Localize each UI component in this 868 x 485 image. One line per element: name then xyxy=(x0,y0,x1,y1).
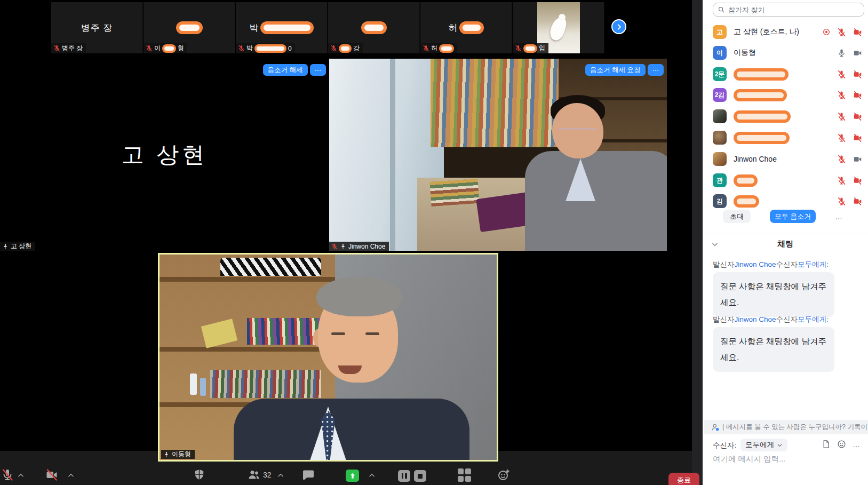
thumbnail-tile[interactable]: 박 박 0 xyxy=(236,2,328,53)
mic-toggle-button[interactable] xyxy=(1,468,14,483)
thumbnail-tile[interactable]: 허 허 xyxy=(420,2,512,53)
participant-row[interactable]: 2문 xyxy=(703,63,868,85)
participant-row[interactable] xyxy=(703,106,868,127)
thumbnail-label-text: 임 xyxy=(539,44,545,53)
participant-row[interactable] xyxy=(703,127,868,148)
sender-name[interactable]: Jinwon Choe xyxy=(735,260,776,268)
chat-more-icon[interactable]: … xyxy=(853,440,861,449)
mic-off-icon xyxy=(238,45,245,52)
emoji-icon[interactable] xyxy=(837,440,846,449)
participant-row[interactable]: 김 xyxy=(703,190,868,212)
participant-name-redacted xyxy=(734,174,835,187)
participant-row[interactable]: 2김 xyxy=(703,84,868,106)
thumbnail-label-text: 박 xyxy=(246,44,253,53)
request-unmute-button[interactable]: 음소거 해제 요청 xyxy=(585,64,645,76)
participants-button[interactable]: 32 xyxy=(248,468,272,481)
thumbnail-label-text: 0 xyxy=(288,45,292,52)
chat-message-input[interactable] xyxy=(713,455,862,463)
participant-name-redacted xyxy=(734,89,835,101)
participant-row[interactable]: Jinwon Choe xyxy=(703,148,868,170)
redaction-box xyxy=(260,21,314,34)
unmute-button[interactable]: 음소거 해제 xyxy=(263,64,308,76)
redaction-box xyxy=(734,195,759,208)
reactions-button[interactable] xyxy=(497,468,510,483)
mic-off-icon xyxy=(331,243,338,250)
file-attach-icon[interactable] xyxy=(822,440,831,449)
participant-search[interactable] xyxy=(713,3,864,17)
recipient-name[interactable]: 모두에게: xyxy=(798,315,829,323)
chat-message-bubble: 질문 사항은 채팅창에 남겨주세요. xyxy=(713,272,834,317)
mic-options-caret[interactable] xyxy=(17,472,25,481)
redaction-box xyxy=(459,21,484,34)
camera-off-icon xyxy=(853,112,863,121)
chat-message-text: 질문 사항은 채팅창에 남겨주세요. xyxy=(720,282,826,307)
participants-caret[interactable] xyxy=(277,472,284,481)
video-label-text: Jinwon Choe xyxy=(348,243,385,250)
chat-button[interactable] xyxy=(302,468,315,483)
stop-recording-button[interactable] xyxy=(414,470,426,482)
section-divider xyxy=(703,234,868,234)
thumbnail-label-text: 허 xyxy=(431,44,437,53)
chevron-up-icon xyxy=(17,472,25,479)
from-label: 발신자 xyxy=(713,260,735,268)
camera-toggle-button[interactable] xyxy=(45,468,59,483)
scene-man-hair xyxy=(316,277,402,316)
participant-row[interactable]: 관 xyxy=(703,170,868,191)
participant-row[interactable]: 이 이동형 xyxy=(703,42,868,63)
chat-privacy-notice: | 메시지를 볼 수 있는 사람은 누구입니까? 기록이 켜져 xyxy=(704,420,868,434)
end-meeting-button[interactable]: 종료 xyxy=(668,473,699,485)
video-tile-go-sanghyun[interactable]: 고 상현 음소거 해제 ⋯ 고 상현 xyxy=(0,59,329,251)
pin-icon xyxy=(163,451,170,458)
chevron-right-icon xyxy=(615,23,623,31)
thumbnail-label-text: 이 xyxy=(154,44,161,53)
invite-button[interactable]: 초대 xyxy=(723,210,751,223)
mic-off-icon xyxy=(837,133,846,142)
redaction-box xyxy=(176,21,203,34)
share-up-arrow-icon xyxy=(348,472,357,480)
thumbnail-tile[interactable]: 병주 장 병주 장 xyxy=(51,2,143,53)
participant-search-input[interactable] xyxy=(728,6,859,14)
apps-button[interactable] xyxy=(458,468,471,482)
chat-header: 채팅 xyxy=(703,239,868,252)
thumbnail-name-label: 병주 장 xyxy=(51,43,86,53)
recipient-value: 모두에게 xyxy=(745,440,774,450)
camera-off-icon xyxy=(853,91,863,100)
recipient-selector[interactable]: 모두에게 xyxy=(740,439,787,451)
camera-options-caret[interactable] xyxy=(67,472,75,481)
camera-on-icon xyxy=(853,49,863,58)
share-screen-button[interactable] xyxy=(346,470,359,482)
thumbnail-tile[interactable]: 임 xyxy=(513,2,604,53)
recipient-name[interactable]: 모두에게: xyxy=(798,260,829,268)
scene-books-row xyxy=(210,370,322,399)
scene-man-head xyxy=(552,103,603,158)
chat-collapse-button[interactable] xyxy=(711,241,719,250)
chevron-up-icon xyxy=(277,472,284,479)
participant-row[interactable]: 고 고 상현 (호스트, 나) xyxy=(703,21,868,43)
video-tile-lee-donghyung[interactable]: 이동형 xyxy=(158,253,498,462)
redaction-box xyxy=(734,174,758,187)
thumbnail-tile[interactable]: 이 형 xyxy=(144,2,235,53)
more-options-button[interactable]: ⋯ xyxy=(648,64,664,76)
sender-name[interactable]: Jinwon Choe xyxy=(735,315,776,323)
mic-off-icon xyxy=(53,45,60,52)
participants-more-button[interactable]: … xyxy=(835,210,843,223)
pause-recording-button[interactable] xyxy=(398,470,410,482)
thumbnail-tile[interactable]: 강 xyxy=(328,2,420,53)
chevron-up-icon xyxy=(67,472,75,479)
redaction-box xyxy=(734,132,790,144)
scene-zebra-box xyxy=(220,258,322,276)
video-tile-jinwon-choe[interactable]: 음소거 해제 요청 ⋯ Jinwon Choe xyxy=(329,59,667,251)
sidebar-panel: 고 고 상현 (호스트, 나) 이 이동형 2문 xyxy=(703,0,868,485)
more-options-button[interactable]: ⋯ xyxy=(310,64,327,76)
chat-message-text: 질문 사항은 채팅창에 남겨주세요. xyxy=(720,337,826,362)
video-label-text: 고 상현 xyxy=(11,242,31,251)
video-label-text: 이동형 xyxy=(172,450,191,459)
camera-off-icon xyxy=(853,197,863,206)
thumbnail-label-text: 병주 장 xyxy=(62,44,83,53)
security-button[interactable] xyxy=(193,468,205,482)
share-options-caret[interactable] xyxy=(368,472,376,481)
mute-all-button[interactable]: 모두 음소거 xyxy=(770,210,816,223)
chevron-down-icon xyxy=(711,241,719,248)
thumbnail-name-label: 허 xyxy=(420,43,457,53)
filmstrip-next-button[interactable] xyxy=(611,19,626,34)
